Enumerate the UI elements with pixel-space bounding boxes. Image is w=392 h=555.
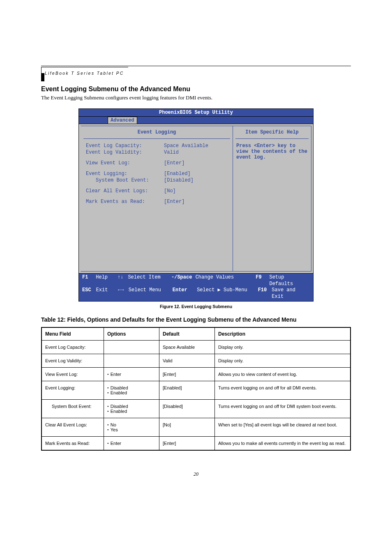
th-field: Menu Field <box>42 327 104 341</box>
cell-field: Clear All Event Logs: <box>42 418 104 437</box>
bios-footer: F1 Help ↑↓ Select Item -/Space Change Va… <box>79 273 313 301</box>
figure-caption: Figure 12. Event Logging Submenu <box>41 304 351 309</box>
bios-tab-advanced[interactable]: Advanced <box>108 117 137 124</box>
bios-row-sysboot[interactable]: System Boot Event: [Disabled] <box>86 177 233 183</box>
table-row: System Boot Event:DisabledEnabled[Disabl… <box>42 400 350 418</box>
footer-label-selectitem: Select Item <box>128 274 171 287</box>
table-row: Event Log Validity:ValidDisplay only. <box>42 354 350 368</box>
bios-label: Event Log Validity: <box>86 150 164 155</box>
cell-default: [No] <box>159 418 215 437</box>
bios-panel-title: Event Logging <box>83 126 230 139</box>
bios-help-text: Press <Enter> key to view the contents o… <box>233 139 311 164</box>
footer-label-exit: Exit <box>96 287 118 300</box>
bios-tabs: Advanced <box>79 117 313 124</box>
bios-row-capacity: Event Log Capacity: Space Available <box>86 143 233 149</box>
bios-label: Mark Events as Read: <box>86 199 164 205</box>
table-row: Event Logging:DisabledEnabled[Enabled]Tu… <box>42 381 350 400</box>
table-row: Event Log Capacity:Space AvailableDispla… <box>42 341 350 354</box>
footer-key-updown: ↑↓ <box>118 274 128 287</box>
footer-label-selectsub: Select ▶ Sub-Menu <box>197 287 258 300</box>
product-line: LifeBook T Series Tablet PC <box>45 71 124 76</box>
footer-key-f10: F10 <box>258 287 272 300</box>
header-tab-decor <box>41 73 44 81</box>
bios-screenshot: PhoenixBIOS Setup Utility Advanced Event… <box>78 108 314 302</box>
bios-row-logging[interactable]: Event Logging: [Enabled] <box>86 171 233 177</box>
cell-default: [Enter] <box>159 437 215 451</box>
footer-label-setupdefaults: Setup Defaults <box>269 274 310 287</box>
table-header-row: Menu Field Options Default Description <box>42 327 350 341</box>
cell-options: DisabledEnabled <box>104 381 159 400</box>
bios-label: Event Log Capacity: <box>86 143 164 149</box>
th-desc: Description <box>215 327 351 341</box>
footer-key-esc: ESC <box>82 287 96 300</box>
th-options: Options <box>104 327 159 341</box>
cell-options: Enter <box>104 437 159 451</box>
bios-value: [No] <box>164 188 176 194</box>
bios-row-validity: Event Log Validity: Valid <box>86 150 233 155</box>
bios-help-title: Item Specific Help <box>235 126 309 139</box>
cell-desc: Allows you to make all events currently … <box>215 437 351 451</box>
cell-options: NoYes <box>104 418 159 437</box>
data-table: Menu Field Options Default Description E… <box>41 327 351 451</box>
cell-options: DisabledEnabled <box>104 400 159 418</box>
table-row: View Event Log:Enter[Enter]Allows you to… <box>42 368 350 381</box>
cell-options: Enter <box>104 368 159 381</box>
bios-value: Space Available <box>164 143 208 149</box>
cell-field: Event Log Validity: <box>42 354 104 368</box>
bios-label: Event Logging: <box>86 171 164 177</box>
footer-key-enter: Enter <box>173 287 197 300</box>
bios-title: PhoenixBIOS Setup Utility <box>79 109 313 117</box>
cell-default: [Disabled] <box>159 400 215 418</box>
page-number: 20 <box>41 471 351 477</box>
footer-key-minusspace: -/Space <box>171 274 196 287</box>
cell-field: Event Log Capacity: <box>42 341 104 354</box>
bios-left-panel: Event Logging Event Log Capacity: Space … <box>81 126 233 272</box>
footer-label-selectmenu: Select Menu <box>129 287 173 300</box>
footer-label-changevalues: Change Values <box>196 274 256 287</box>
cell-field: Event Logging: <box>42 381 104 400</box>
cell-options <box>104 341 159 354</box>
bios-value: [Disabled] <box>164 177 194 183</box>
th-default: Default <box>159 327 215 341</box>
cell-default: [Enabled] <box>159 381 215 400</box>
cell-default: Space Available <box>159 341 215 354</box>
cell-desc: Display only. <box>215 341 351 354</box>
cell-field: Mark Events as Read: <box>42 437 104 451</box>
bios-row-clear[interactable]: Clear All Event Logs: [No] <box>86 188 233 194</box>
footer-label-help: Help <box>96 274 118 287</box>
bios-row-view[interactable]: View Event Log: [Enter] <box>86 160 233 166</box>
cell-options <box>104 354 159 368</box>
section-title: Event Logging Submenu of the Advanced Me… <box>41 85 351 93</box>
section-intro: The Event Logging Submenu configures eve… <box>41 94 351 101</box>
cell-desc: Display only. <box>215 354 351 368</box>
bios-value: [Enter] <box>164 160 184 166</box>
cell-default: [Enter] <box>159 368 215 381</box>
cell-desc: Turns event logging on and off for DMI s… <box>215 400 351 418</box>
footer-key-leftright: ←→ <box>118 287 129 300</box>
table-title: Table 12: Fields, Options and Defaults f… <box>41 316 351 323</box>
bios-label: View Event Log: <box>86 160 164 166</box>
table-row: Mark Events as Read:Enter[Enter]Allows y… <box>42 437 350 451</box>
bios-help-panel: Item Specific Help Press <Enter> key to … <box>233 126 311 272</box>
bios-value: [Enabled] <box>164 171 191 177</box>
bios-row-mark[interactable]: Mark Events as Read: [Enter] <box>86 199 233 205</box>
bios-label: Clear All Event Logs: <box>86 188 164 194</box>
cell-desc: Allows you to view content of event log. <box>215 368 351 381</box>
cell-desc: When set to [Yes] all event logs will be… <box>215 418 351 437</box>
cell-field: View Event Log: <box>42 368 104 381</box>
footer-key-f9: F9 <box>256 274 269 287</box>
footer-key-f1: F1 <box>82 274 96 287</box>
cell-field: System Boot Event: <box>42 400 104 418</box>
cell-default: Valid <box>159 354 215 368</box>
bios-value: [Enter] <box>164 199 184 205</box>
page-header-box: LifeBook T Series Tablet PC <box>41 67 128 76</box>
bios-value: Valid <box>164 150 179 155</box>
bios-label: System Boot Event: <box>86 177 164 183</box>
footer-label-saveexit: Save and Exit <box>272 287 310 300</box>
cell-desc: Turns event logging on and off for all D… <box>215 381 351 400</box>
table-row: Clear All Event Logs:NoYes[No]When set t… <box>42 418 350 437</box>
